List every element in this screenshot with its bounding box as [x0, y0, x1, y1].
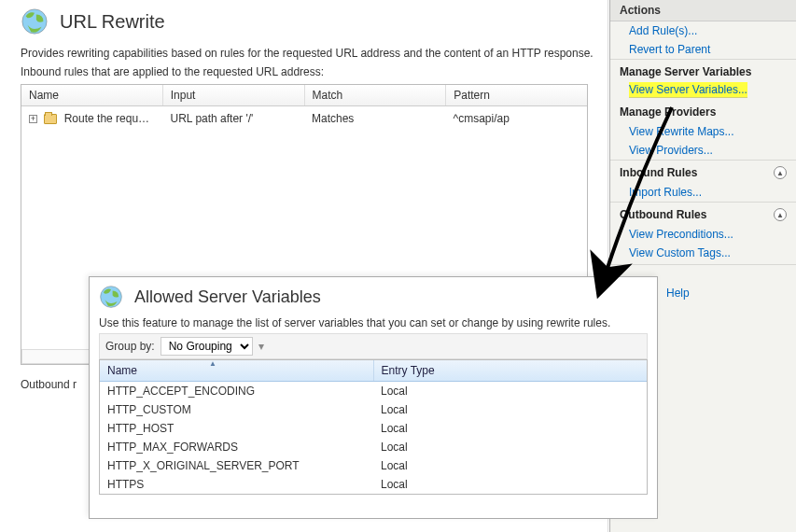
variable-name: HTTPS — [100, 475, 373, 494]
table-row[interactable]: HTTP_HOSTLocal — [100, 419, 647, 438]
col-input[interactable]: Input — [163, 85, 305, 105]
rule-name: Route the requests for ... — [64, 112, 163, 125]
table-row[interactable]: HTTP_X_ORIGINAL_SERVER_PORTLocal — [100, 456, 647, 475]
rule-input: URL path after '/' — [163, 106, 305, 131]
rules-grid-header: Name Input Match Pattern — [21, 85, 587, 106]
group-by-label: Group by: — [105, 340, 155, 353]
inbound-rules-description: Inbound rules that are applied to the re… — [21, 65, 607, 78]
revert-to-parent-link[interactable]: Revert to Parent — [610, 40, 796, 59]
view-preconditions-link[interactable]: View Preconditions... — [610, 225, 796, 244]
col-match[interactable]: Match — [305, 85, 447, 105]
overlay-title: Allowed Server Variables — [134, 287, 321, 307]
entry-type: Local — [373, 438, 647, 456]
chevron-up-icon[interactable]: ▲ — [774, 166, 787, 179]
page-description: Provides rewriting capabilities based on… — [21, 47, 607, 60]
entry-type: Local — [373, 382, 647, 400]
view-rewrite-maps-link[interactable]: View Rewrite Maps... — [610, 122, 796, 141]
add-rules-link[interactable]: Add Rule(s)... — [610, 21, 796, 40]
variable-name: HTTP_ACCEPT_ENCODING — [100, 382, 373, 400]
help-link[interactable]: Help — [648, 284, 796, 302]
col-name[interactable]: Name — [21, 85, 163, 105]
entry-type: Local — [373, 419, 647, 438]
col-entry-type[interactable]: Entry Type — [374, 360, 648, 381]
table-row[interactable]: HTTP_ACCEPT_ENCODINGLocal — [100, 382, 647, 400]
variable-name: HTTP_CUSTOM — [100, 400, 373, 419]
page-title: URL Rewrite — [60, 11, 165, 33]
rule-pattern: ^cmsapi/ap — [446, 106, 588, 131]
variables-grid-header: ▲ Name Entry Type — [100, 360, 647, 382]
manage-server-variables-header: Manage Server Variables — [610, 59, 796, 82]
globe-icon — [21, 7, 49, 35]
rule-match: Matches — [304, 106, 446, 131]
entry-type: Local — [373, 456, 647, 475]
actions-pane-title: Actions — [610, 0, 796, 21]
manage-providers-header: Manage Providers — [610, 100, 796, 122]
globe-icon — [99, 285, 123, 309]
group-by-bar: Group by: No Grouping ▾ — [99, 333, 648, 359]
entry-type: Local — [373, 400, 647, 419]
table-row[interactable]: HTTP_CUSTOMLocal — [100, 400, 647, 419]
col-pattern[interactable]: Pattern — [446, 85, 587, 105]
allowed-server-variables-panel: Allowed Server Variables Use this featur… — [89, 276, 658, 519]
view-custom-tags-link[interactable]: View Custom Tags... — [610, 244, 796, 262]
table-row[interactable]: + Route the requests for ... URL path af… — [21, 106, 587, 131]
outbound-rules-header[interactable]: Outbound Rules ▲ — [610, 202, 796, 225]
view-server-variables-link[interactable]: View Server Variables... — [629, 82, 747, 98]
entry-type: Local — [373, 475, 647, 494]
table-row[interactable]: HTTPSLocal — [100, 475, 647, 494]
variable-name: HTTP_MAX_FORWARDS — [100, 438, 373, 456]
col-name[interactable]: ▲ Name — [100, 360, 374, 381]
import-rules-link[interactable]: Import Rules... — [610, 183, 796, 202]
sort-asc-icon: ▲ — [209, 359, 216, 368]
folder-icon — [44, 114, 57, 124]
chevron-up-icon[interactable]: ▲ — [774, 208, 787, 221]
expand-icon[interactable]: + — [29, 115, 37, 123]
variables-grid[interactable]: ▲ Name Entry Type HTTP_ACCEPT_ENCODINGLo… — [99, 359, 648, 495]
variable-name: HTTP_X_ORIGINAL_SERVER_PORT — [100, 456, 373, 475]
variable-name: HTTP_HOST — [100, 419, 373, 438]
overlay-description: Use this feature to manage the list of s… — [99, 316, 648, 329]
inbound-rules-header[interactable]: Inbound Rules ▲ — [610, 160, 796, 183]
table-row[interactable]: HTTP_MAX_FORWARDSLocal — [100, 438, 647, 456]
view-providers-link[interactable]: View Providers... — [610, 141, 796, 160]
group-by-select[interactable]: No Grouping — [161, 337, 253, 356]
